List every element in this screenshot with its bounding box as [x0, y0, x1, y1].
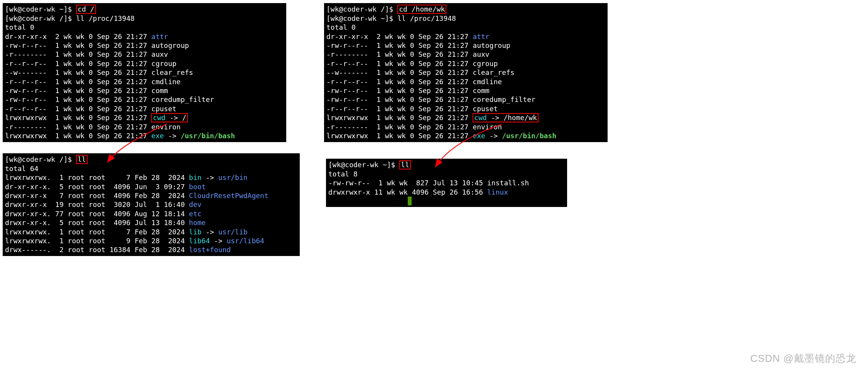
ls-row: dr-xr-xr-x. 5 root root 4096 Jun 3 09:27… — [5, 182, 297, 191]
ls-row: -r-------- 1 wk wk 0 Sep 26 21:27 auxv — [326, 50, 605, 59]
prompt-line[interactable]: [wk@coder-wk /]$ ll — [5, 155, 297, 164]
ls-row: lrwxrwxrwx 1 wk wk 0 Sep 26 21:27 exe ->… — [326, 131, 605, 140]
file-name: dev — [189, 200, 202, 209]
total-line: total 64 — [5, 164, 297, 173]
prompt-line[interactable]: [wk@coder-wk ~]$ ll /proc/13948 — [326, 14, 605, 23]
cursor-line[interactable] — [328, 197, 565, 205]
ls-row: drwxr-xr-x. 5 root root 4096 Jul 13 18:4… — [5, 218, 297, 227]
ls-row: -rw-r--r-- 1 wk wk 0 Sep 26 21:27 comm — [326, 86, 605, 95]
file-name: clear_refs — [151, 68, 193, 76]
file-name: bin — [189, 173, 202, 181]
file-name: cgroup — [151, 59, 176, 68]
file-name: cpuset — [473, 105, 498, 113]
total-line: total 0 — [326, 23, 605, 32]
ls-row: drwxr-xr-x 19 root root 3020 Jul 1 16:40… — [5, 200, 297, 209]
ls-row: dr-xr-xr-x 2 wk wk 0 Sep 26 21:27 attr — [326, 32, 605, 41]
terminal-right-bottom: [wk@coder-wk ~]$ lltotal 8-rw-rw-r-- 1 w… — [326, 159, 567, 207]
terminal-left-top: [wk@coder-wk ~]$ cd /[wk@coder-wk /]$ ll… — [3, 3, 286, 142]
ls-row: -r--r--r-- 1 wk wk 0 Sep 26 21:27 cmdlin… — [5, 77, 284, 86]
ls-row: lrwxrwxrwx. 1 root root 7 Feb 28 2024 li… — [5, 227, 297, 236]
ls-row: -r--r--r-- 1 wk wk 0 Sep 26 21:27 cpuset — [326, 104, 605, 113]
ls-row: drwxr-xr-x. 77 root root 4096 Aug 12 18:… — [5, 209, 297, 218]
ls-row: lrwxrwxrwx 1 wk wk 0 Sep 26 21:27 cwd ->… — [5, 113, 284, 122]
ls-row: -r--r--r-- 1 wk wk 0 Sep 26 21:27 cpuset — [5, 104, 284, 113]
file-name: auxv — [473, 50, 489, 58]
total-line: total 8 — [328, 170, 565, 178]
file-name: cwd — [153, 114, 165, 122]
ls-row: --w------- 1 wk wk 0 Sep 26 21:27 clear_… — [326, 68, 605, 77]
file-name: cgroup — [473, 59, 498, 68]
file-name: exe — [151, 132, 164, 140]
file-name: attr — [151, 32, 168, 41]
file-name: install.sh — [487, 179, 529, 187]
ls-row: dr-xr-xr-x 2 wk wk 0 Sep 26 21:27 attr — [5, 32, 284, 41]
file-name: coredump_filter — [151, 95, 214, 103]
file-name: environ — [151, 123, 181, 131]
file-name: lib64 — [189, 237, 210, 245]
ls-row: -rw-rw-r-- 1 wk wk 827 Jul 13 10:45 inst… — [328, 178, 565, 187]
ls-row: drwxrwxr-x 11 wk wk 4096 Sep 26 16:56 li… — [328, 188, 565, 197]
ls-row: -r-------- 1 wk wk 0 Sep 26 21:27 auxv — [5, 50, 284, 59]
ls-row: -r-------- 1 wk wk 0 Sep 26 21:27 enviro… — [5, 122, 284, 131]
file-name: autogroup — [473, 41, 510, 49]
file-name: linux — [487, 188, 508, 196]
watermark: CSDN @戴墨镜的恐龙 — [750, 352, 856, 365]
file-name: lib — [189, 228, 202, 236]
file-name: lost+found — [189, 246, 231, 254]
file-name: cpuset — [151, 105, 176, 113]
total-line: total 0 — [5, 23, 284, 32]
file-name: auxv — [151, 50, 168, 58]
ls-row: lrwxrwxrwx 1 wk wk 0 Sep 26 21:27 exe ->… — [5, 131, 284, 140]
ls-row: lrwxrwxrwx. 1 root root 7 Feb 28 2024 bi… — [5, 173, 297, 182]
file-name: CloudrResetPwdAgent — [189, 192, 269, 200]
file-name: cmdline — [151, 78, 181, 86]
ls-row: --w------- 1 wk wk 0 Sep 26 21:27 clear_… — [5, 68, 284, 77]
ls-row: -rw-r--r-- 1 wk wk 0 Sep 26 21:27 coredu… — [5, 95, 284, 104]
prompt-line[interactable]: [wk@coder-wk ~]$ ll — [328, 160, 565, 170]
ls-row: -rw-r--r-- 1 wk wk 0 Sep 26 21:27 coredu… — [326, 95, 605, 104]
terminal-left-bottom: [wk@coder-wk /]$ lltotal 64lrwxrwxrwx. 1… — [3, 153, 300, 256]
ls-row: -r--r--r-- 1 wk wk 0 Sep 26 21:27 cgroup — [5, 59, 284, 68]
file-name: etc — [189, 210, 202, 218]
terminal-right-top: [wk@coder-wk /]$ cd /home/wk[wk@coder-wk… — [324, 3, 608, 142]
file-name: comm — [473, 86, 489, 95]
file-name: cwd — [474, 114, 487, 122]
prompt-line[interactable]: [wk@coder-wk ~]$ cd / — [5, 5, 284, 14]
ls-row: -rw-r--r-- 1 wk wk 0 Sep 26 21:27 comm — [5, 86, 284, 95]
ls-row: -r--r--r-- 1 wk wk 0 Sep 26 21:27 cmdlin… — [326, 77, 605, 86]
ls-row: -r-------- 1 wk wk 0 Sep 26 21:27 enviro… — [326, 122, 605, 131]
file-name: comm — [151, 86, 168, 95]
prompt-line[interactable]: [wk@coder-wk /]$ cd /home/wk — [326, 5, 605, 14]
file-name: clear_refs — [473, 68, 514, 76]
ls-row: lrwxrwxrwx. 1 root root 9 Feb 28 2024 li… — [5, 236, 297, 245]
ls-row: drwx------. 2 root root 16384 Feb 28 202… — [5, 245, 297, 254]
prompt-line[interactable]: [wk@coder-wk /]$ ll /proc/13948 — [5, 14, 284, 23]
file-name: cmdline — [473, 78, 502, 86]
ls-row: -rw-r--r-- 1 wk wk 0 Sep 26 21:27 autogr… — [326, 41, 605, 50]
ls-row: -r--r--r-- 1 wk wk 0 Sep 26 21:27 cgroup — [326, 59, 605, 68]
file-name: boot — [189, 183, 206, 191]
file-name: coredump_filter — [473, 95, 535, 103]
file-name: autogroup — [151, 41, 189, 49]
file-name: attr — [473, 32, 489, 41]
file-name: environ — [473, 123, 502, 131]
file-name: home — [189, 219, 206, 227]
ls-row: lrwxrwxrwx 1 wk wk 0 Sep 26 21:27 cwd ->… — [326, 113, 605, 122]
ls-row: drwxr-xr-x 7 root root 4096 Feb 28 2024 … — [5, 191, 297, 200]
file-name: exe — [473, 132, 485, 140]
ls-row: -rw-r--r-- 1 wk wk 0 Sep 26 21:27 autogr… — [5, 41, 284, 50]
